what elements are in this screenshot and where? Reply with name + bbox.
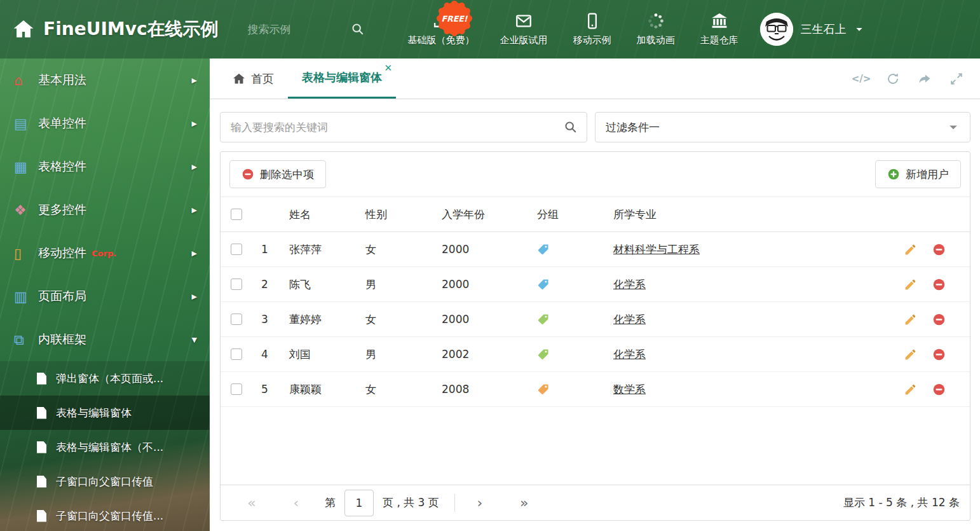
sidebar-menu-item[interactable]: ⧉ 内联框架 [0,318,210,361]
row-year: 2000 [435,278,531,291]
pagination-bar: « ‹ 第 页 , 共 3 页 › » 显示 1 - 5 条 , 共 12 条 [221,485,970,520]
filter-dropdown[interactable]: 过滤条件一 [595,112,970,142]
edit-icon[interactable] [904,348,917,361]
row-gender: 女 [359,382,435,397]
close-icon[interactable]: ✕ [384,64,392,73]
sidebar-menu-item[interactable]: ▦ 表格控件 [0,145,210,188]
search-icon[interactable] [351,22,365,36]
header-nav-item[interactable]: 加载动画 [637,12,675,46]
submenu-arrow-icon [192,249,197,258]
row-year: 2008 [435,383,531,396]
header-nav-item[interactable]: 移动示例 [573,12,611,46]
sidebar: ⌂ 基本用法 ▤ 表单控件 ▦ 表格控件 ❖ 更多控件 [0,59,210,531]
table-row: 4 刘国 男 2002 化学系 [221,337,970,372]
row-checkbox[interactable] [231,348,242,360]
fullscreen-button[interactable] [949,72,963,86]
sidebar-subitem-label: 表格与编辑窗体（不... [56,440,163,455]
application-window: FineUIMvc在线示例 FREE! 基础版（免费） 企业 [0,0,980,531]
first-page-button[interactable]: « [240,496,264,510]
user-menu[interactable]: 三生石上 [760,13,876,46]
page-number-input[interactable] [344,490,374,516]
edit-icon[interactable] [904,243,917,256]
home-icon [233,72,245,85]
delete-icon[interactable] [932,313,946,326]
sidebar-submenu-item[interactable]: 表格与编辑窗体（不... [0,430,210,464]
submenu-arrow-icon [192,293,197,301]
sidebar-submenu-item[interactable]: 表格与编辑窗体 [0,396,210,430]
page-label-prefix: 第 [325,495,336,510]
delete-icon[interactable] [932,348,946,361]
minus-circle-icon [242,168,254,181]
bank-icon [711,12,728,30]
sidebar-subitem-label: 弹出窗体（本页面或... [56,371,163,386]
edit-icon[interactable] [904,278,917,291]
sidebar-menu-item[interactable]: ⌂ 基本用法 [0,59,210,102]
free-badge-label: FREE! [441,14,468,24]
delete-icon[interactable] [932,383,946,396]
major-link[interactable]: 化学系 [613,312,646,327]
major-link[interactable]: 数学系 [613,382,646,397]
tab-grid-edit-window[interactable]: 表格与编辑窗体 ✕ [288,59,396,99]
row-year: 2002 [435,348,531,361]
header-nav-label: 加载动画 [637,34,675,46]
page-icon [37,510,46,522]
keyword-input[interactable] [221,121,587,134]
sidebar-submenu-item[interactable]: 弹出窗体（本页面或... [0,361,210,396]
table-row: 1 张萍萍 女 2000 材料科学与工程系 [221,232,970,267]
refresh-button[interactable] [886,72,900,86]
sidebar-menu-item[interactable]: ❖ 更多控件 [0,188,210,231]
sidebar-menu-item[interactable]: ▥ 页面布局 [0,275,210,318]
sidebar-menu-item[interactable]: ▯ 移动控件 Corp. [0,231,210,275]
filter-row: 过滤条件一 [220,112,970,142]
next-page-button[interactable]: › [468,496,492,510]
major-link[interactable]: 化学系 [613,277,646,292]
sidebar-menu-item[interactable]: ▤ 表单控件 [0,102,210,145]
last-page-button[interactable]: » [512,496,536,510]
header-search-input[interactable] [248,23,343,36]
prev-page-button[interactable]: ‹ [284,496,308,510]
source-code-button[interactable]: </> [854,72,868,86]
sidebar-subitem-label: 表格与编辑窗体 [56,406,132,420]
avatar [760,13,793,46]
layout-icon: ▥ [14,289,36,305]
edit-icon[interactable] [904,383,917,396]
submenu-arrow-icon [192,76,197,85]
corp-badge: Corp. [92,249,116,258]
row-index: 5 [255,383,283,396]
page-icon [37,373,46,385]
sidebar-submenu-item[interactable]: 子窗口向父窗口传值... [0,499,210,531]
delete-icon[interactable] [932,243,946,256]
share-button[interactable] [918,72,932,86]
row-gender: 女 [359,312,435,327]
delete-icon[interactable] [932,278,946,291]
row-checkbox[interactable] [231,383,242,395]
free-badge: FREE! [435,0,474,38]
sidebar-item-label: 基本用法 [38,72,86,88]
form-icon: ▤ [14,116,36,132]
header-nav-item[interactable]: 企业版试用 [500,12,548,46]
grid-panel: 删除选中项 新增用户 姓名 性别 入学年份 分组 [220,151,970,521]
edit-icon[interactable] [904,313,917,326]
search-icon[interactable] [564,120,578,134]
column-gender: 性别 [359,207,435,222]
major-link[interactable]: 化学系 [613,347,646,362]
sidebar-submenu-item[interactable]: 子窗口向父窗口传值 [0,464,210,499]
header-nav-label: 主题仓库 [700,34,738,46]
chevron-down-icon [947,121,960,134]
row-checkbox[interactable] [231,314,242,325]
delete-selected-button[interactable]: 删除选中项 [229,160,326,188]
row-name: 董婷婷 [283,312,359,327]
header-nav-item[interactable]: 主题仓库 [700,12,738,46]
home-logo-icon[interactable] [13,18,34,40]
major-link[interactable]: 材料科学与工程系 [613,242,700,257]
add-user-button[interactable]: 新增用户 [875,160,961,188]
row-index: 3 [255,313,283,326]
row-checkbox[interactable] [231,279,242,290]
page-icon [37,407,46,419]
select-all-checkbox[interactable] [231,209,242,220]
tag-icon [537,348,550,361]
mobile-icon: ▯ [14,245,36,261]
tag-icon [537,383,550,396]
row-checkbox[interactable] [231,244,242,255]
tab-home[interactable]: 首页 [219,59,288,99]
